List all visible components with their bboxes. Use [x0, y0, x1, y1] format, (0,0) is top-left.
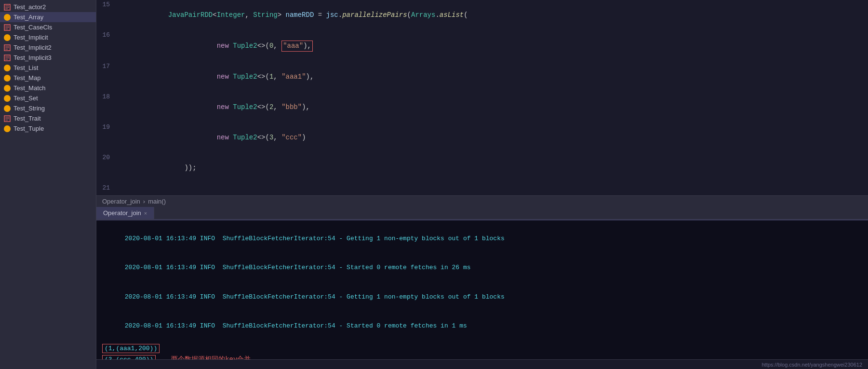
result-comment: 两个数据源相同的key合并: [171, 355, 251, 360]
sidebar-item-test-implicit2[interactable]: Test_Implicit2: [0, 42, 96, 53]
sidebar-item-test-tuple[interactable]: Test_Tuple: [0, 123, 96, 134]
sidebar-label: Test_Implicit3: [13, 54, 52, 61]
sidebar-item-test-casecls[interactable]: Test_CaseCls: [0, 22, 96, 32]
file-icon: [4, 4, 11, 11]
sidebar-label: Test_Tuple: [13, 125, 44, 132]
sidebar-item-test-implicit[interactable]: Test_Implicit: [0, 32, 96, 42]
console-log-line-4: 2020-08-01 16:13:49 INFO ShuffleBlockFet…: [102, 312, 862, 341]
result-item-2: (3,(ccc,400)): [102, 354, 161, 359]
code-line-21: 21: [96, 183, 868, 193]
file-icon: [4, 24, 11, 31]
sidebar-item-test-map[interactable]: Test_Map: [0, 73, 96, 83]
console-output[interactable]: 2020-08-01 16:13:49 INFO ShuffleBlockFet…: [96, 219, 868, 359]
sidebar-item-test-implicit3[interactable]: Test_Implicit3: [0, 53, 96, 63]
sidebar-label: Test_String: [13, 105, 45, 112]
sidebar-label: Test_Trait: [13, 115, 41, 122]
line-number: 17: [96, 62, 116, 92]
code-line-19: 19 new Tuple2<>(3, "ccc"): [96, 123, 868, 153]
sidebar-item-test-array[interactable]: Test_Array: [0, 12, 96, 22]
line-number: 22: [96, 193, 116, 195]
code-content: [116, 183, 868, 193]
code-line-18: 18 new Tuple2<>(2, "bbb"),: [96, 92, 868, 123]
circle-icon: [4, 95, 11, 102]
console-log-line-2: 2020-08-01 16:13:49 INFO ShuffleBlockFet…: [102, 254, 862, 282]
sidebar-item-test-set[interactable]: Test_Set: [0, 93, 96, 103]
main-content: 15 JavaPairRDD<Integer, String> nameRDD …: [96, 0, 868, 369]
code-table: 15 JavaPairRDD<Integer, String> nameRDD …: [96, 0, 868, 195]
code-line-15: 15 JavaPairRDD<Integer, String> nameRDD …: [96, 0, 868, 30]
breadcrumb-separator: ›: [143, 198, 145, 205]
footer-bar: https://blog.csdn.net/yangshengwei230612: [96, 359, 868, 369]
circle-icon: [4, 65, 11, 71]
console-log-line-3: 2020-08-01 16:13:49 INFO ShuffleBlockFet…: [102, 283, 862, 311]
tab-bar: Operator_join ×: [96, 207, 868, 219]
line-number: 16: [96, 30, 116, 62]
tab-operator-join[interactable]: Operator_join ×: [96, 207, 154, 219]
sidebar-label: Test_List: [13, 64, 38, 71]
sidebar-label: Test_Match: [13, 84, 45, 92]
code-content: JavaPairRDD<Integer, Integer> scoreRDD =…: [116, 193, 868, 195]
sidebar-item-test-list[interactable]: Test_List: [0, 63, 96, 73]
circle-icon: [4, 34, 11, 41]
code-content: new Tuple2<>(2, "bbb"),: [116, 92, 868, 123]
file-icon: [4, 55, 11, 61]
code-content: new Tuple2<>(0, "aaa"),: [116, 30, 868, 62]
line-number: 19: [96, 123, 116, 153]
breadcrumb-file: Operator_join: [102, 198, 140, 205]
sidebar-item-test-string[interactable]: Test_String: [0, 103, 96, 113]
line-number: 20: [96, 153, 116, 183]
sidebar-label: Test_Implicit2: [13, 44, 52, 51]
circle-icon: [4, 125, 11, 132]
file-icon: [4, 44, 11, 51]
code-editor[interactable]: 15 JavaPairRDD<Integer, String> nameRDD …: [96, 0, 868, 195]
line-number: 18: [96, 92, 116, 123]
result-value-2: (3,(ccc,400)): [102, 355, 156, 359]
breadcrumb-method: main(): [148, 198, 166, 205]
line-number: 15: [96, 0, 116, 30]
code-line-17: 17 new Tuple2<>(1, "aaa1"),: [96, 62, 868, 92]
sidebar-item-test-actor2[interactable]: Test_actor2: [0, 2, 96, 12]
sidebar-label: Test_Set: [13, 95, 38, 102]
code-line-22: 22 JavaPairRDD<Integer, Integer> scoreRD…: [96, 193, 868, 195]
console-log-line-1: 2020-08-01 16:13:49 INFO ShuffleBlockFet…: [102, 224, 862, 253]
sidebar-label: Test_Map: [13, 74, 40, 82]
sidebar: Test_actor2 Test_Array Test_CaseCls Test…: [0, 0, 96, 369]
code-line-20: 20 ));: [96, 153, 868, 183]
line-number: 21: [96, 183, 116, 193]
breadcrumb: Operator_join › main(): [96, 195, 868, 207]
sidebar-label: Test_actor2: [13, 3, 46, 11]
sidebar-item-test-match[interactable]: Test_Match: [0, 83, 96, 93]
circle-icon: [4, 75, 11, 82]
file-icon: [4, 115, 11, 122]
code-content: ));: [116, 153, 868, 183]
tab-label: Operator_join: [103, 209, 141, 217]
result-items: (1,(aaa1,200)) (3,(ccc,400)) (2,(bbb,300…: [102, 343, 161, 359]
sidebar-label: Test_Implicit: [13, 34, 48, 41]
sidebar-label: Test_CaseCls: [13, 24, 52, 31]
sidebar-label: Test_Array: [13, 14, 43, 21]
code-line-16: 16 new Tuple2<>(0, "aaa"),: [96, 30, 868, 62]
results-row: (1,(aaa1,200)) (3,(ccc,400)) (2,(bbb,300…: [102, 343, 862, 359]
circle-icon: [4, 105, 11, 112]
code-content: new Tuple2<>(1, "aaa1"),: [116, 62, 868, 92]
result-item-1: (1,(aaa1,200)): [102, 343, 161, 353]
code-content: JavaPairRDD<Integer, String> nameRDD = j…: [116, 0, 868, 30]
result-value-1: (1,(aaa1,200)): [102, 344, 160, 353]
footer-url: https://blog.csdn.net/yangshengwei230612: [761, 362, 862, 368]
tab-close-button[interactable]: ×: [144, 210, 147, 216]
sidebar-item-test-trait[interactable]: Test_Trait: [0, 113, 96, 123]
circle-icon: [4, 14, 11, 21]
code-content: new Tuple2<>(3, "ccc"): [116, 123, 868, 153]
circle-icon: [4, 85, 11, 92]
